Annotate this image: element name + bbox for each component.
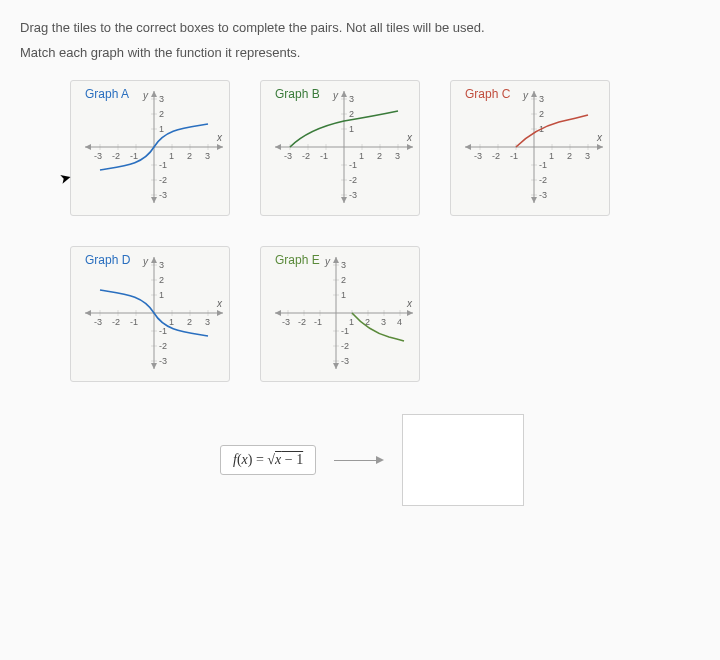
svg-text:1: 1 — [169, 151, 174, 161]
svg-text:y: y — [142, 90, 149, 101]
graph-e-title: Graph E — [275, 253, 320, 267]
svg-text:-1: -1 — [341, 326, 349, 336]
graph-b-plot: 1 2 3 -1 -2 -3 1 2 3 -1 -2 -3 — [269, 87, 419, 207]
svg-text:-2: -2 — [159, 341, 167, 351]
graph-c-card[interactable]: Graph C 1 2 3 -1 -2 -3 1 2 3 -1 -2 -3 — [450, 80, 610, 216]
svg-text:1: 1 — [159, 124, 164, 134]
svg-text:2: 2 — [187, 151, 192, 161]
svg-text:2: 2 — [539, 109, 544, 119]
svg-text:2: 2 — [567, 151, 572, 161]
svg-text:2: 2 — [159, 275, 164, 285]
graph-b-card[interactable]: Graph B 1 2 3 -1 -2 -3 1 2 3 -1 -2 -3 — [260, 80, 420, 216]
svg-marker-155 — [407, 310, 413, 316]
svg-text:-3: -3 — [159, 356, 167, 366]
svg-marker-93 — [531, 197, 537, 203]
tile-row: f(x) = √x − 1 — [220, 414, 660, 506]
svg-text:x: x — [596, 132, 603, 143]
graph-e-card[interactable]: Graph E 1 2 3 4 -1 -2 -3 1 2 3 -1 -2 -3 — [260, 246, 420, 382]
svg-marker-29 — [151, 197, 157, 203]
function-tile[interactable]: f(x) = √x − 1 — [220, 445, 316, 475]
graph-d-card[interactable]: Graph D 1 2 3 -1 -2 -3 1 2 3 -1 -2 -3 — [70, 246, 230, 382]
svg-text:x: x — [406, 132, 413, 143]
drop-target[interactable] — [402, 414, 524, 506]
svg-text:1: 1 — [349, 124, 354, 134]
instruction-text-2: Match each graph with the function it re… — [20, 45, 660, 60]
svg-text:-1: -1 — [510, 151, 518, 161]
svg-text:-1: -1 — [159, 326, 167, 336]
arrow-connector-icon — [334, 455, 384, 465]
graph-e-plot: 1 2 3 4 -1 -2 -3 1 2 3 -1 -2 -3 — [269, 253, 419, 373]
svg-marker-159 — [333, 363, 339, 369]
svg-text:-1: -1 — [539, 160, 547, 170]
svg-text:3: 3 — [539, 94, 544, 104]
svg-marker-60 — [341, 91, 347, 97]
svg-text:1: 1 — [341, 290, 346, 300]
svg-text:-1: -1 — [159, 160, 167, 170]
svg-text:3: 3 — [205, 151, 210, 161]
svg-text:y: y — [324, 256, 331, 267]
svg-text:2: 2 — [159, 109, 164, 119]
svg-marker-121 — [217, 310, 223, 316]
svg-text:-2: -2 — [159, 175, 167, 185]
svg-text:1: 1 — [359, 151, 364, 161]
svg-marker-124 — [151, 257, 157, 263]
graph-grid: Graph A 1 2 3 -1 -2 -3 1 2 3 -1 -2 -3 — [70, 80, 660, 382]
svg-marker-122 — [85, 310, 91, 316]
svg-text:3: 3 — [341, 260, 346, 270]
svg-marker-158 — [333, 257, 339, 263]
svg-text:-3: -3 — [539, 190, 547, 200]
svg-text:x: x — [216, 298, 223, 309]
graph-c-title: Graph C — [465, 87, 510, 101]
svg-text:3: 3 — [205, 317, 210, 327]
svg-marker-26 — [85, 144, 91, 150]
svg-text:-3: -3 — [282, 317, 290, 327]
graph-a-card[interactable]: Graph A 1 2 3 -1 -2 -3 1 2 3 -1 -2 -3 — [70, 80, 230, 216]
svg-text:4: 4 — [397, 317, 402, 327]
svg-text:2: 2 — [187, 317, 192, 327]
svg-text:-2: -2 — [112, 151, 120, 161]
instruction-text-1: Drag the tiles to the correct boxes to c… — [20, 20, 660, 35]
svg-text:-1: -1 — [130, 317, 138, 327]
graph-d-plot: 1 2 3 -1 -2 -3 1 2 3 -1 -2 -3 — [79, 253, 229, 373]
svg-text:-2: -2 — [539, 175, 547, 185]
svg-text:-3: -3 — [341, 356, 349, 366]
svg-text:-2: -2 — [492, 151, 500, 161]
svg-marker-156 — [275, 310, 281, 316]
svg-marker-92 — [531, 91, 537, 97]
svg-marker-89 — [597, 144, 603, 150]
svg-text:-2: -2 — [341, 341, 349, 351]
svg-text:1: 1 — [349, 317, 354, 327]
svg-text:-3: -3 — [159, 190, 167, 200]
svg-text:1: 1 — [549, 151, 554, 161]
svg-text:-2: -2 — [302, 151, 310, 161]
svg-marker-125 — [151, 363, 157, 369]
svg-text:3: 3 — [381, 317, 386, 327]
svg-text:-1: -1 — [349, 160, 357, 170]
svg-text:3: 3 — [349, 94, 354, 104]
svg-text:2: 2 — [377, 151, 382, 161]
svg-text:-1: -1 — [130, 151, 138, 161]
svg-text:x: x — [216, 132, 223, 143]
svg-text:3: 3 — [585, 151, 590, 161]
graph-a-title: Graph A — [85, 87, 129, 101]
graph-b-title: Graph B — [275, 87, 320, 101]
svg-marker-57 — [407, 144, 413, 150]
svg-text:y: y — [522, 90, 529, 101]
svg-text:3: 3 — [159, 94, 164, 104]
svg-marker-90 — [465, 144, 471, 150]
graph-d-title: Graph D — [85, 253, 130, 267]
graph-a-plot: 1 2 3 -1 -2 -3 1 2 3 -1 -2 -3 — [79, 87, 229, 207]
svg-text:-1: -1 — [320, 151, 328, 161]
svg-text:y: y — [142, 256, 149, 267]
svg-text:-2: -2 — [349, 175, 357, 185]
instructions: Drag the tiles to the correct boxes to c… — [20, 20, 660, 60]
svg-text:2: 2 — [349, 109, 354, 119]
svg-text:-3: -3 — [94, 151, 102, 161]
svg-text:-3: -3 — [349, 190, 357, 200]
svg-marker-58 — [275, 144, 281, 150]
svg-text:3: 3 — [395, 151, 400, 161]
svg-text:-1: -1 — [314, 317, 322, 327]
svg-marker-28 — [151, 91, 157, 97]
svg-text:-3: -3 — [474, 151, 482, 161]
svg-text:y: y — [332, 90, 339, 101]
